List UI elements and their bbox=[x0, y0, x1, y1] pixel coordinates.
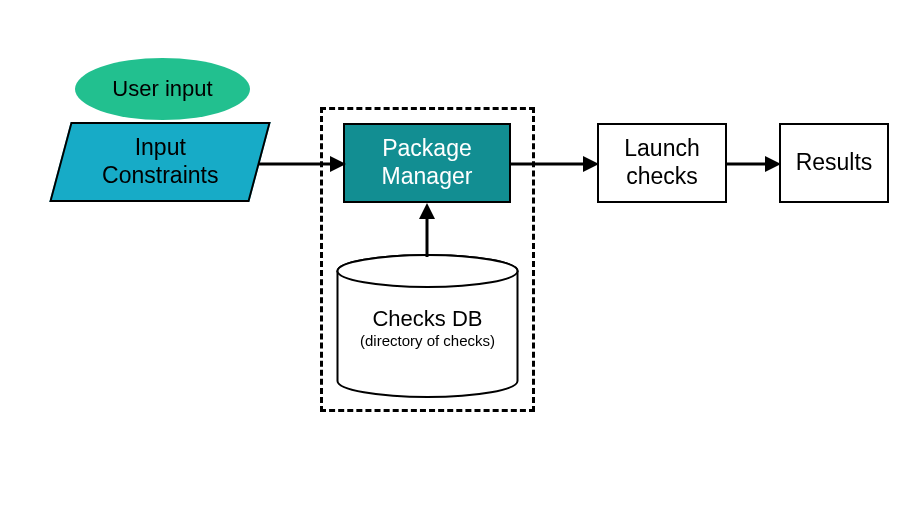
node-input-constraints: Input Constraints bbox=[49, 122, 270, 202]
diagram-canvas: User input Input Constraints Package Man… bbox=[0, 0, 900, 506]
arrow-launch-to-results bbox=[727, 152, 781, 176]
node-results: Results bbox=[779, 123, 889, 203]
node-user-input: User input bbox=[75, 58, 250, 120]
svg-marker-7 bbox=[765, 156, 781, 172]
arrow-checks-to-package bbox=[415, 203, 439, 261]
svg-marker-3 bbox=[330, 156, 346, 172]
launch-checks-label: Launch checks bbox=[624, 135, 699, 190]
arrow-package-to-launch bbox=[511, 152, 599, 176]
svg-marker-5 bbox=[583, 156, 599, 172]
node-package-manager: Package Manager bbox=[343, 123, 511, 203]
package-manager-label: Package Manager bbox=[382, 135, 473, 190]
node-checks-db: Checks DB (directory of checks) bbox=[335, 258, 520, 398]
svg-marker-9 bbox=[419, 203, 435, 219]
results-label: Results bbox=[796, 149, 873, 177]
node-launch-checks: Launch checks bbox=[597, 123, 727, 203]
arrow-input-to-package bbox=[258, 152, 346, 176]
user-input-label: User input bbox=[112, 76, 212, 102]
input-constraints-label: Input Constraints bbox=[102, 134, 218, 189]
